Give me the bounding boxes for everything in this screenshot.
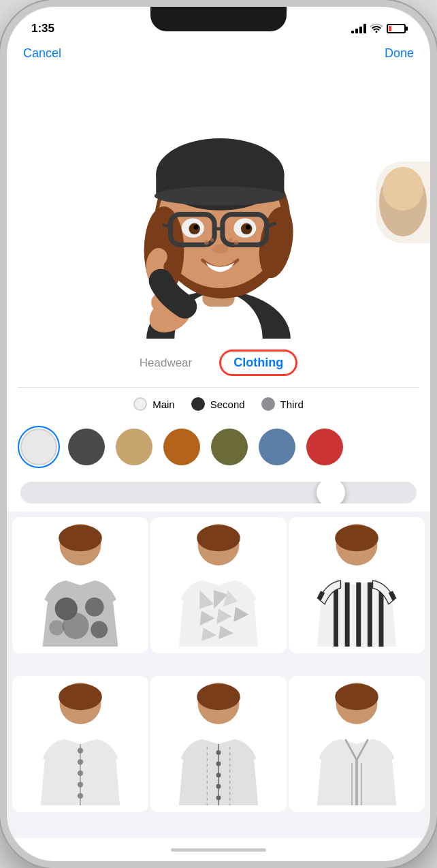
- svg-point-76: [335, 683, 378, 710]
- svg-point-25: [212, 244, 229, 253]
- svg-line-13: [163, 225, 171, 226]
- svg-point-35: [63, 613, 89, 639]
- home-bar: [171, 848, 266, 852]
- avatar-area: [7, 66, 430, 339]
- status-icons: [351, 23, 406, 35]
- part-tabs: Main Second Third: [7, 388, 430, 420]
- svg-point-66: [197, 683, 240, 710]
- svg-point-30: [383, 167, 423, 211]
- part-label-third: Third: [280, 399, 304, 410]
- svg-point-62: [78, 771, 83, 776]
- svg-point-20: [246, 225, 250, 230]
- clothing-item-4[interactable]: [12, 676, 148, 812]
- svg-point-22: [210, 238, 214, 242]
- part-tab-third[interactable]: Third: [261, 397, 304, 411]
- done-button[interactable]: Done: [385, 46, 414, 61]
- svg-point-21: [204, 240, 209, 245]
- clothing-item-3[interactable]: [289, 517, 425, 653]
- home-indicator: [7, 838, 430, 861]
- category-tabs: Headwear Clothing: [7, 339, 430, 387]
- part-dot-main: [133, 397, 147, 411]
- battery-level: [389, 26, 391, 31]
- part-dot-third: [261, 397, 275, 411]
- swatch-3[interactable]: [116, 429, 152, 465]
- status-time: 1:35: [31, 22, 54, 35]
- slider-track[interactable]: [20, 482, 417, 503]
- side-avatar-hint: [376, 161, 430, 243]
- tab-headwear[interactable]: Headwear: [140, 356, 193, 370]
- svg-point-58: [59, 683, 102, 710]
- part-label-second: Second: [210, 399, 245, 410]
- tab-clothing[interactable]: Clothing: [219, 350, 297, 376]
- svg-point-64: [78, 793, 83, 799]
- clothing-item-5[interactable]: [150, 676, 287, 812]
- svg-point-70: [216, 750, 221, 755]
- svg-point-36: [91, 621, 108, 638]
- clothing-grid: [7, 512, 430, 838]
- svg-point-23: [229, 238, 233, 242]
- part-label-main: Main: [152, 399, 175, 410]
- wifi-icon: [370, 23, 383, 35]
- svg-point-39: [197, 525, 240, 551]
- part-dot-second: [191, 397, 205, 411]
- phone-frame: 1:35: [0, 0, 437, 868]
- clothing-item-6[interactable]: [289, 676, 425, 812]
- clothing-item-1[interactable]: [12, 517, 148, 653]
- slider-thumb[interactable]: [317, 482, 345, 503]
- svg-point-71: [216, 762, 221, 766]
- swatch-5[interactable]: [211, 429, 248, 465]
- svg-point-49: [335, 525, 378, 551]
- svg-point-60: [78, 748, 83, 754]
- swatch-6[interactable]: [259, 429, 295, 465]
- part-tab-main[interactable]: Main: [133, 397, 175, 411]
- slider-container: [7, 474, 430, 512]
- svg-point-7: [155, 186, 286, 205]
- color-swatches: [7, 420, 430, 474]
- svg-point-37: [49, 620, 64, 635]
- svg-point-72: [216, 773, 221, 777]
- screen: 1:35: [7, 7, 430, 861]
- svg-point-32: [59, 525, 102, 551]
- swatch-2[interactable]: [68, 429, 105, 465]
- battery-icon: [387, 24, 406, 33]
- svg-point-24: [233, 240, 238, 245]
- svg-point-73: [216, 784, 221, 789]
- swatch-1[interactable]: [20, 429, 57, 465]
- svg-point-74: [216, 795, 221, 800]
- svg-point-63: [78, 781, 83, 787]
- signal-icon: [351, 24, 366, 33]
- swatch-4[interactable]: [163, 429, 200, 465]
- part-tab-second[interactable]: Second: [191, 397, 245, 411]
- svg-point-61: [78, 759, 83, 764]
- nav-bar: Cancel Done: [7, 41, 430, 66]
- memoji-avatar: [7, 66, 430, 339]
- swatch-7[interactable]: [306, 429, 343, 465]
- notch: [150, 7, 287, 31]
- clothing-item-2[interactable]: [150, 517, 287, 653]
- cancel-button[interactable]: Cancel: [23, 46, 61, 61]
- svg-point-19: [194, 225, 199, 230]
- svg-point-34: [85, 598, 104, 617]
